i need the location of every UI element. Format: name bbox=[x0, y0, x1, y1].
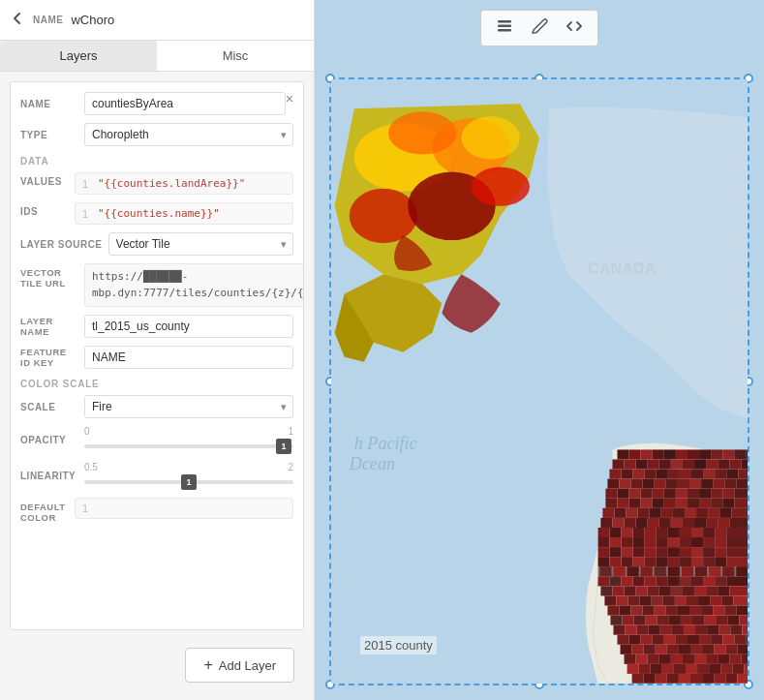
svg-rect-70 bbox=[653, 489, 664, 499]
svg-text:h Pacific: h Pacific bbox=[354, 434, 417, 453]
default-color-line: 1 bbox=[82, 502, 92, 514]
svg-rect-116 bbox=[622, 528, 633, 537]
svg-rect-81 bbox=[641, 499, 653, 508]
layer-type-row: TYPE Choropleth Heatmap Point bbox=[20, 123, 293, 146]
svg-rect-215 bbox=[666, 605, 678, 615]
svg-rect-225 bbox=[646, 616, 657, 625]
svg-rect-240 bbox=[684, 625, 695, 635]
svg-rect-226 bbox=[657, 616, 669, 625]
svg-rect-190 bbox=[648, 586, 659, 595]
vector-tile-url-label: VectorTile URL bbox=[20, 263, 78, 289]
svg-rect-220 bbox=[724, 605, 736, 615]
back-button[interactable] bbox=[10, 11, 33, 30]
svg-rect-48 bbox=[680, 470, 691, 479]
svg-rect-90 bbox=[602, 508, 614, 518]
svg-rect-75 bbox=[711, 489, 722, 499]
svg-rect-283 bbox=[651, 664, 662, 674]
svg-rect-203 bbox=[663, 595, 675, 605]
edit-toolbar-icon[interactable] bbox=[530, 16, 549, 40]
svg-rect-40 bbox=[729, 460, 741, 470]
svg-rect-100 bbox=[719, 508, 731, 518]
opacity-max: 1 bbox=[288, 426, 293, 437]
svg-rect-208 bbox=[721, 595, 733, 605]
svg-rect-199 bbox=[617, 595, 628, 605]
svg-rect-63 bbox=[713, 479, 724, 489]
vector-tile-url-value[interactable]: https://██████-mbp.dyn:7777/tiles/counti… bbox=[84, 263, 304, 307]
widget-name-input[interactable] bbox=[71, 13, 304, 27]
vector-tile-url-row: VectorTile URL https://██████-mbp.dyn:77… bbox=[20, 263, 293, 307]
svg-rect-47 bbox=[668, 470, 680, 479]
svg-point-12 bbox=[388, 111, 456, 154]
scale-select-wrap: Fire Blues Reds Greens Viridis bbox=[84, 395, 293, 418]
svg-rect-174 bbox=[597, 576, 609, 586]
svg-rect-222 bbox=[610, 616, 622, 625]
top-bar: NAME bbox=[0, 0, 314, 41]
svg-rect-114 bbox=[597, 528, 609, 537]
values-code-box: 1 "{{counties.landArea}}" bbox=[75, 172, 293, 195]
svg-rect-219 bbox=[713, 605, 724, 615]
svg-rect-61 bbox=[689, 479, 701, 489]
scale-select[interactable]: Fire Blues Reds Greens Viridis bbox=[84, 395, 293, 418]
svg-rect-247 bbox=[629, 635, 641, 645]
layer-card: × NAME TYPE Choropleth Heatmap Point DAT… bbox=[10, 81, 304, 630]
layer-name-field-input[interactable] bbox=[84, 315, 293, 338]
layer-source-select[interactable]: Vector Tile GeoJSON bbox=[108, 232, 293, 256]
layer-name-field-label: LayerName bbox=[20, 316, 78, 337]
feature-id-key-input[interactable] bbox=[84, 346, 293, 369]
svg-rect-35 bbox=[671, 460, 683, 470]
name-row: NAME bbox=[33, 13, 304, 27]
layer-source-label: Layer Source bbox=[20, 239, 103, 250]
opacity-track[interactable]: 1 bbox=[84, 439, 293, 454]
opacity-row: Opacity 0 1 1 bbox=[20, 426, 293, 454]
svg-rect-2 bbox=[498, 20, 511, 23]
svg-rect-217 bbox=[689, 605, 701, 615]
svg-rect-58 bbox=[655, 479, 666, 489]
feature-id-key-row: FeatureId Key bbox=[20, 346, 293, 369]
svg-rect-46 bbox=[657, 470, 668, 479]
svg-rect-266 bbox=[714, 645, 725, 654]
opacity-handle[interactable]: 1 bbox=[276, 439, 291, 454]
svg-rect-102 bbox=[600, 518, 612, 528]
svg-rect-64 bbox=[724, 479, 736, 489]
code-toolbar-icon[interactable] bbox=[565, 16, 584, 40]
layers-toolbar-icon[interactable] bbox=[495, 16, 514, 40]
svg-rect-243 bbox=[718, 625, 730, 635]
tab-misc[interactable]: Misc bbox=[157, 41, 314, 71]
add-layer-section: + Add Layer bbox=[0, 630, 314, 700]
svg-rect-74 bbox=[699, 489, 711, 499]
svg-rect-288 bbox=[709, 664, 720, 674]
linearity-label: Linearity bbox=[20, 471, 78, 481]
svg-rect-256 bbox=[734, 635, 746, 645]
linearity-track[interactable]: 1 bbox=[84, 474, 293, 490]
svg-rect-216 bbox=[678, 605, 689, 615]
svg-rect-159 bbox=[703, 557, 715, 566]
svg-rect-181 bbox=[680, 576, 691, 586]
svg-rect-56 bbox=[631, 479, 643, 489]
svg-rect-212 bbox=[631, 605, 643, 615]
svg-rect-124 bbox=[715, 528, 726, 537]
layer-name-input[interactable] bbox=[84, 92, 286, 115]
add-layer-button[interactable]: + Add Layer bbox=[185, 648, 294, 683]
svg-rect-133 bbox=[680, 537, 691, 547]
layer-name-row: NAME bbox=[20, 92, 286, 115]
layer-name-field-row: LayerName bbox=[20, 315, 293, 338]
svg-rect-252 bbox=[688, 635, 699, 645]
svg-rect-53 bbox=[738, 470, 748, 479]
add-layer-label: Add Layer bbox=[219, 658, 276, 673]
svg-rect-265 bbox=[702, 645, 714, 654]
layer-type-select[interactable]: Choropleth Heatmap Point bbox=[84, 123, 293, 146]
linearity-handle[interactable]: 1 bbox=[181, 474, 197, 490]
tab-layers[interactable]: Layers bbox=[0, 41, 157, 71]
svg-rect-214 bbox=[655, 605, 666, 615]
layer-source-select-wrap: Vector Tile GeoJSON bbox=[108, 232, 293, 256]
svg-rect-301 bbox=[737, 674, 748, 684]
svg-rect-85 bbox=[688, 499, 699, 508]
svg-rect-87 bbox=[711, 499, 722, 508]
svg-rect-79 bbox=[618, 499, 629, 508]
svg-rect-294 bbox=[656, 674, 667, 684]
color-scale-section-label: COLOR SCALE bbox=[20, 379, 293, 389]
svg-rect-260 bbox=[644, 645, 656, 654]
svg-rect-241 bbox=[695, 625, 707, 635]
svg-rect-227 bbox=[669, 616, 681, 625]
close-button[interactable]: × bbox=[286, 92, 293, 106]
